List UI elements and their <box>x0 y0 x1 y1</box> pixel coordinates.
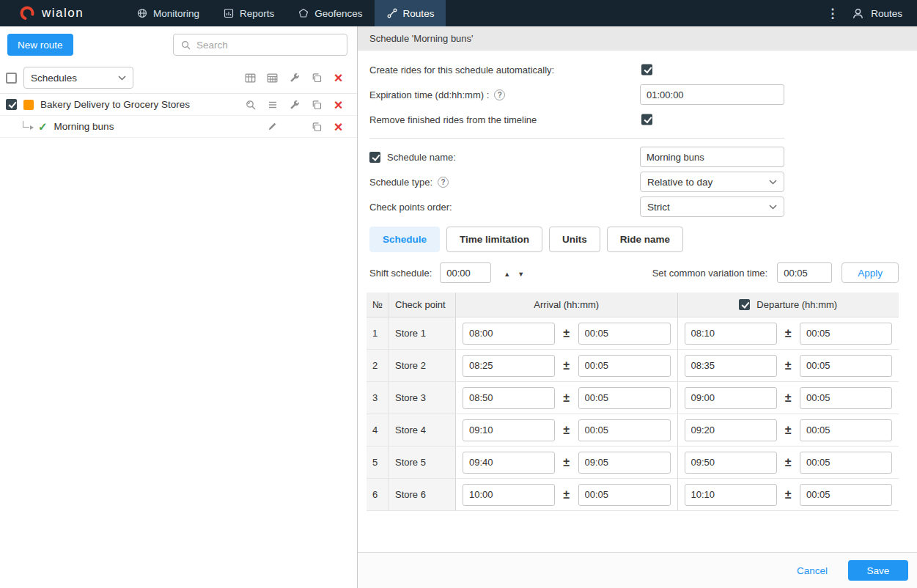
arrival-time-input[interactable] <box>463 355 555 377</box>
wialon-logo[interactable]: wialon <box>0 0 125 26</box>
arrival-variation-input[interactable] <box>578 452 671 474</box>
route-row[interactable]: Bakery Delivery to Grocery Stores <box>0 94 357 116</box>
select-all-checkbox[interactable] <box>6 73 17 84</box>
checkpoint-name: Store 1 <box>388 317 456 349</box>
row-number: 1 <box>367 317 388 349</box>
departure-time-input[interactable] <box>685 419 777 441</box>
variation-input[interactable] <box>777 262 832 283</box>
schedule-row[interactable]: Morning buns <box>0 116 357 138</box>
shift-schedule-row: Shift schedule: Set common variation tim… <box>358 252 917 283</box>
panel-title: Schedule 'Morning buns' <box>369 33 474 44</box>
schedule-name-checkbox[interactable] <box>369 152 380 163</box>
departure-time-input[interactable] <box>685 387 777 409</box>
departure-variation-input[interactable] <box>800 452 892 474</box>
arrival-time-input[interactable] <box>463 452 555 474</box>
routes-left-panel: New route Schedules <box>0 26 358 588</box>
departure-variation-input[interactable] <box>800 484 892 506</box>
find-on-map-icon[interactable] <box>244 98 257 111</box>
plus-minus-icon <box>563 488 570 501</box>
checkpoint-name: Store 6 <box>388 479 456 510</box>
schedule-editor-panel: Schedule 'Morning buns' Create rides for… <box>358 26 917 588</box>
route-color-swatch <box>23 100 34 110</box>
col-departure-header: Departure (hh:mm) <box>756 299 837 310</box>
user-icon[interactable] <box>852 7 864 20</box>
calendar-view-icon[interactable] <box>266 72 279 84</box>
help-icon[interactable] <box>438 177 449 188</box>
departure-header-checkbox[interactable] <box>739 299 750 310</box>
help-icon[interactable] <box>494 89 505 100</box>
plus-minus-icon <box>785 327 792 340</box>
arrival-time-input[interactable] <box>463 323 555 345</box>
nav-monitoring[interactable]: Monitoring <box>125 0 211 26</box>
tab-units[interactable]: Units <box>549 227 600 252</box>
nav-reports[interactable]: Reports <box>211 0 286 26</box>
departure-variation-input[interactable] <box>800 419 892 441</box>
expiration-row: Expiration time (dd:hh:mm) : <box>358 82 917 107</box>
arrival-variation-input[interactable] <box>578 419 671 441</box>
new-route-button[interactable]: New route <box>7 34 73 56</box>
user-menu-label[interactable]: Routes <box>871 8 902 19</box>
schedule-list-icon[interactable] <box>266 98 279 111</box>
save-button[interactable]: Save <box>848 560 908 581</box>
expiration-label: Expiration time (dd:hh:mm) : <box>369 89 489 100</box>
wrench-icon[interactable] <box>288 72 301 84</box>
create-rides-checkbox[interactable] <box>641 65 652 76</box>
table-row: 6 Store 6 <box>367 479 899 511</box>
checkpoints-order-select[interactable]: Strict <box>640 196 784 217</box>
table-row: 2 Store 2 <box>367 350 899 382</box>
copy-icon[interactable] <box>310 72 323 84</box>
delete-icon[interactable] <box>332 98 345 111</box>
shift-schedule-input[interactable] <box>440 262 491 283</box>
tab-schedule[interactable]: Schedule <box>369 227 440 252</box>
expiration-input[interactable] <box>640 84 784 105</box>
variation-group: Set common variation time: Apply <box>652 262 899 283</box>
arrival-variation-input[interactable] <box>578 323 671 345</box>
wrench-icon[interactable] <box>288 98 301 111</box>
departure-variation-input[interactable] <box>800 355 892 377</box>
delete-icon[interactable] <box>332 120 345 133</box>
departure-time-input[interactable] <box>685 355 777 377</box>
arrival-time-input[interactable] <box>463 387 555 409</box>
departure-variation-input[interactable] <box>800 387 892 409</box>
apply-button[interactable]: Apply <box>841 262 899 283</box>
row-number: 3 <box>367 382 388 414</box>
copy-icon[interactable] <box>310 98 323 111</box>
tab-time-limitation[interactable]: Time limitation <box>446 227 542 252</box>
panel-body: Create rides for this schedule automatic… <box>358 51 917 552</box>
departure-variation-input[interactable] <box>800 323 892 345</box>
shift-up-button[interactable] <box>500 266 514 279</box>
arrival-variation-input[interactable] <box>578 484 671 506</box>
list-mode-select[interactable]: Schedules <box>23 67 133 89</box>
edit-pencil-icon[interactable] <box>266 120 279 133</box>
route-checkbox[interactable] <box>6 99 17 110</box>
editor-tabs: Schedule Time limitation Units Ride name <box>358 219 917 252</box>
cancel-button[interactable]: Cancel <box>782 559 842 581</box>
departure-time-input[interactable] <box>685 452 777 474</box>
top-navbar: wialon Monitoring Reports Geofences <box>0 0 917 26</box>
arrival-time-input[interactable] <box>463 484 555 506</box>
table-view-icon[interactable] <box>244 72 257 84</box>
row-number: 6 <box>367 479 388 510</box>
tab-ride-name[interactable]: Ride name <box>607 227 683 252</box>
checkpoint-name: Store 2 <box>388 350 456 381</box>
plus-minus-icon <box>563 424 570 437</box>
schedule-type-select[interactable]: Relative to day <box>640 172 784 192</box>
departure-time-input[interactable] <box>685 323 777 345</box>
nav-geofences[interactable]: Geofences <box>286 0 374 26</box>
delete-icon[interactable] <box>332 72 345 84</box>
arrival-time-input[interactable] <box>463 419 555 441</box>
nav-geofences-label: Geofences <box>314 8 362 19</box>
copy-icon[interactable] <box>310 120 323 133</box>
shift-down-button[interactable] <box>514 266 528 279</box>
arrival-variation-input[interactable] <box>578 387 671 409</box>
departure-time-input[interactable] <box>685 484 777 506</box>
remove-finished-checkbox[interactable] <box>641 114 652 125</box>
search-input[interactable] <box>196 40 340 51</box>
schedule-name-input[interactable] <box>640 147 784 167</box>
wialon-app: wialon Monitoring Reports Geofences <box>0 0 917 588</box>
arrival-variation-input[interactable] <box>578 355 671 377</box>
kebab-menu-icon[interactable] <box>813 6 852 21</box>
left-panel-toolbar: New route <box>0 26 357 62</box>
search-icon <box>180 40 191 51</box>
nav-routes[interactable]: Routes <box>375 0 446 26</box>
